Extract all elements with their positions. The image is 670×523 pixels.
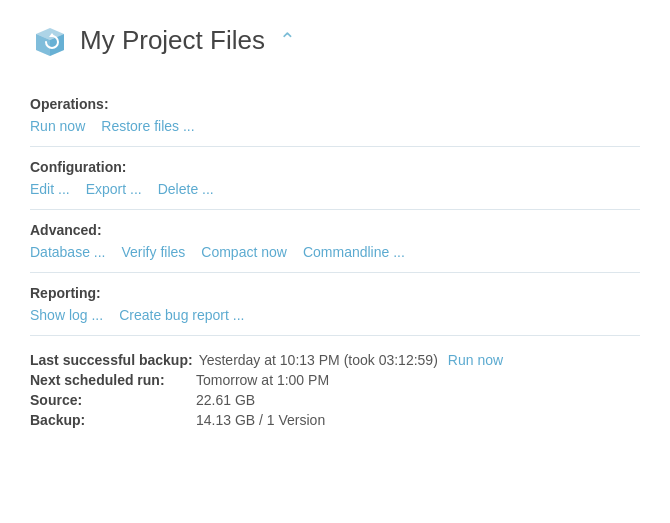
commandline-button[interactable]: Commandline ...	[303, 244, 405, 260]
section-configuration-links: Edit ...Export ...Delete ...	[30, 181, 640, 197]
collapse-chevron-icon[interactable]: ⌃	[279, 28, 296, 52]
backup-value: 14.13 GB / 1 Version	[196, 412, 325, 428]
section-reporting-links: Show log ...Create bug report ...	[30, 307, 640, 323]
next-run-label: Next scheduled run:	[30, 372, 190, 388]
sections-container: Operations:Run nowRestore files ...Confi…	[30, 84, 640, 336]
last-backup-row: Last successful backup: Yesterday at 10:…	[30, 352, 640, 368]
section-configuration: Configuration:Edit ...Export ...Delete .…	[30, 147, 640, 210]
section-operations-label: Operations:	[30, 96, 640, 112]
database-button[interactable]: Database ...	[30, 244, 106, 260]
verify-files-button[interactable]: Verify files	[122, 244, 186, 260]
create-bug-report-button[interactable]: Create bug report ...	[119, 307, 244, 323]
last-backup-label: Last successful backup:	[30, 352, 193, 368]
section-reporting: Reporting:Show log ...Create bug report …	[30, 273, 640, 336]
source-label: Source:	[30, 392, 190, 408]
delete-button[interactable]: Delete ...	[158, 181, 214, 197]
section-advanced-links: Database ...Verify filesCompact nowComma…	[30, 244, 640, 260]
source-row: Source: 22.61 GB	[30, 392, 640, 408]
show-log-button[interactable]: Show log ...	[30, 307, 103, 323]
export-button[interactable]: Export ...	[86, 181, 142, 197]
section-reporting-label: Reporting:	[30, 285, 640, 301]
backup-row: Backup: 14.13 GB / 1 Version	[30, 412, 640, 428]
run-now-inline-button[interactable]: Run now	[448, 352, 503, 368]
run-now-button[interactable]: Run now	[30, 118, 85, 134]
last-backup-value: Yesterday at 10:13 PM (took 03:12:59)	[199, 352, 438, 368]
source-value: 22.61 GB	[196, 392, 255, 408]
backup-label: Backup:	[30, 412, 190, 428]
next-run-row: Next scheduled run: Tomorrow at 1:00 PM	[30, 372, 640, 388]
page-title: My Project Files	[80, 25, 265, 56]
page-header: My Project Files ⌃	[30, 20, 640, 60]
edit-button[interactable]: Edit ...	[30, 181, 70, 197]
section-advanced-label: Advanced:	[30, 222, 640, 238]
section-operations-links: Run nowRestore files ...	[30, 118, 640, 134]
info-section: Last successful backup: Yesterday at 10:…	[30, 336, 640, 428]
next-run-value: Tomorrow at 1:00 PM	[196, 372, 329, 388]
section-operations: Operations:Run nowRestore files ...	[30, 84, 640, 147]
section-configuration-label: Configuration:	[30, 159, 640, 175]
backup-logo-icon	[30, 20, 70, 60]
restore-files-button[interactable]: Restore files ...	[101, 118, 194, 134]
compact-now-button[interactable]: Compact now	[201, 244, 287, 260]
section-advanced: Advanced:Database ...Verify filesCompact…	[30, 210, 640, 273]
